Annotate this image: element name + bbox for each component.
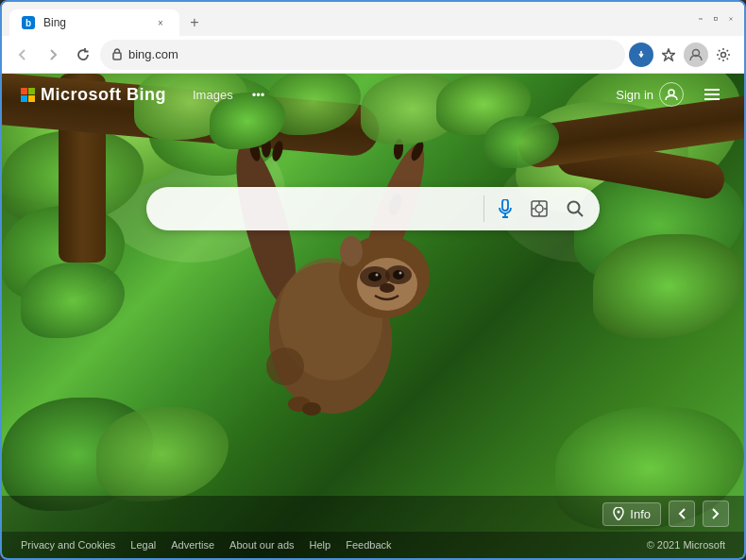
svg-point-27 <box>376 274 379 277</box>
footer-link-privacy[interactable]: Privacy and Cookies <box>21 539 115 551</box>
svg-point-32 <box>302 402 321 416</box>
lock-icon <box>111 47 123 62</box>
settings-button[interactable] <box>710 42 737 68</box>
search-submit-button[interactable] <box>558 192 592 226</box>
location-pin-icon <box>613 507 624 520</box>
info-label: Info <box>630 507 651 521</box>
svg-point-17 <box>270 140 284 162</box>
search-divider <box>483 195 484 222</box>
sign-in-button[interactable]: Sign in <box>608 78 691 110</box>
tab-title: Bing <box>43 16 66 29</box>
favorite-button[interactable] <box>655 42 682 68</box>
svg-point-45 <box>618 511 620 514</box>
tab-close-button[interactable]: × <box>153 15 168 30</box>
tab-strip: b Bing × + <box>9 2 684 36</box>
svg-rect-4 <box>113 53 121 59</box>
download-indicator <box>629 42 653 67</box>
svg-point-25 <box>368 272 381 281</box>
tab-active[interactable]: b Bing × <box>9 9 179 36</box>
footer-link-legal[interactable]: Legal <box>130 539 156 551</box>
address-bar[interactable]: bing.com <box>100 40 625 70</box>
bing-nav: Images ••• <box>185 84 272 106</box>
search-input[interactable] <box>165 200 480 217</box>
background-scene: Microsoft Bing Images ••• Sign in <box>2 74 744 558</box>
bing-header: Microsoft Bing Images ••• Sign in <box>2 74 744 115</box>
back-button[interactable] <box>9 42 36 68</box>
header-right: Sign in <box>608 78 725 110</box>
svg-rect-34 <box>502 199 508 211</box>
next-image-button[interactable] <box>703 501 729 527</box>
svg-point-33 <box>669 90 674 95</box>
nav-item-images[interactable]: Images <box>185 84 241 106</box>
svg-point-38 <box>535 205 543 212</box>
nav-more-button[interactable]: ••• <box>245 84 273 106</box>
svg-rect-1 <box>714 17 717 20</box>
svg-line-44 <box>578 212 583 216</box>
svg-point-29 <box>380 283 395 293</box>
new-tab-button[interactable]: + <box>181 9 208 36</box>
visual-search-button[interactable] <box>522 192 556 226</box>
microsoft-squares-icon <box>21 88 35 102</box>
title-bar: b Bing × + <box>2 2 744 36</box>
refresh-button[interactable] <box>70 42 96 68</box>
tab-favicon-b-icon: b <box>22 16 35 29</box>
bottom-bar: Info <box>2 496 744 532</box>
mic-button[interactable] <box>488 192 522 226</box>
prev-image-button[interactable] <box>669 501 695 527</box>
svg-point-26 <box>393 270 404 280</box>
browser-window: b Bing × + <box>0 0 746 560</box>
nav-actions <box>629 42 737 68</box>
footer-link-feedback[interactable]: Feedback <box>346 539 391 551</box>
bing-logo[interactable]: Microsoft Bing <box>21 85 166 105</box>
footer: Privacy and Cookies Legal Advertise Abou… <box>2 532 744 558</box>
info-button[interactable]: Info <box>602 502 661 526</box>
svg-point-43 <box>568 202 580 213</box>
nav-bar: bing.com <box>2 36 744 74</box>
footer-links: Privacy and Cookies Legal Advertise Abou… <box>21 539 392 551</box>
footer-link-about-ads[interactable]: About our ads <box>229 539 295 551</box>
svg-point-30 <box>340 236 363 266</box>
window-controls <box>695 13 737 25</box>
page-content: Microsoft Bing Images ••• Sign in <box>2 74 744 558</box>
hamburger-menu-button[interactable] <box>699 85 725 104</box>
svg-point-9 <box>721 52 726 57</box>
tab-favicon: b <box>21 15 36 30</box>
bing-brand-text: Microsoft Bing <box>41 85 166 105</box>
svg-point-20 <box>266 348 304 385</box>
account-circle-icon <box>659 82 684 107</box>
footer-link-help[interactable]: Help <box>310 539 331 551</box>
minimize-button[interactable] <box>695 13 706 25</box>
svg-marker-7 <box>663 49 675 60</box>
svg-rect-0 <box>699 19 703 20</box>
maximize-button[interactable] <box>710 13 721 25</box>
footer-copyright: © 2021 Microsoft <box>647 539 725 551</box>
search-bar <box>146 187 600 230</box>
footer-link-advertise[interactable]: Advertise <box>171 539 214 551</box>
sign-in-label: Sign in <box>616 88 653 102</box>
search-container <box>146 187 600 230</box>
svg-point-28 <box>399 272 402 275</box>
forward-button[interactable] <box>40 42 66 68</box>
address-text: bing.com <box>128 47 614 61</box>
close-button[interactable] <box>725 13 737 25</box>
profile-button[interactable] <box>684 42 708 67</box>
